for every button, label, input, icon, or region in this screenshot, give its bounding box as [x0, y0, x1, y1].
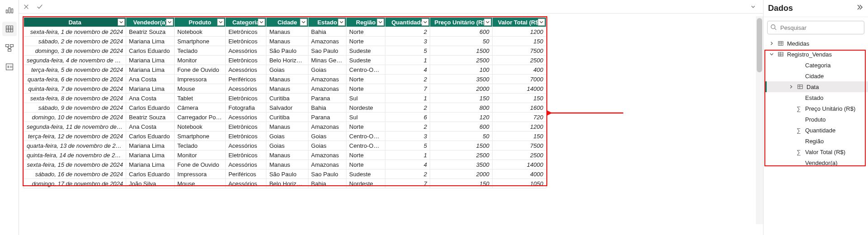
cell-data[interactable]: quarta-feira, 6 de novembro de 2024 — [24, 75, 126, 84]
cell-produto[interactable]: Câmera — [174, 103, 225, 113]
cell-cidade[interactable]: Manaus — [266, 27, 308, 37]
cell-regiao[interactable]: Norte — [346, 150, 385, 160]
cell-quantidade[interactable]: 3 — [385, 132, 430, 141]
table-row[interactable]: segunda-feira, 11 de novembro de 2024Ana… — [24, 122, 546, 132]
table-row[interactable]: sexta-feira, 1 de novembro de 2024Beatri… — [24, 27, 546, 37]
cell-preco[interactable]: 2000 — [430, 84, 493, 94]
cell-estado[interactable]: Parana — [308, 113, 346, 122]
cell-data[interactable]: quarta-feira, 13 de novembro de 2024 — [24, 141, 126, 150]
cell-preco[interactable]: 3500 — [430, 75, 493, 84]
cell-regiao[interactable]: Norte — [346, 122, 385, 132]
tree-field-data[interactable]: Data — [765, 81, 868, 92]
cell-produto[interactable]: Impressora — [174, 169, 225, 179]
cell-preco[interactable]: 600 — [430, 27, 493, 37]
chevron-right-icon[interactable] — [788, 85, 794, 89]
table-row[interactable]: sábado, 2 de novembro de 2024Mariana Lim… — [24, 37, 546, 46]
cell-total[interactable]: 150 — [492, 94, 546, 103]
cell-estado[interactable]: Parana — [308, 94, 346, 103]
filter-dropdown-icon[interactable] — [300, 19, 307, 26]
model-view-icon[interactable] — [2, 41, 17, 55]
cell-quantidade[interactable]: 5 — [385, 141, 430, 150]
cell-data[interactable]: segunda-feira, 11 de novembro de 2024 — [24, 122, 126, 132]
cell-regiao[interactable]: Centro-Oeste — [346, 65, 385, 75]
cell-total[interactable]: 720 — [492, 113, 546, 122]
cell-preco[interactable]: 800 — [430, 103, 493, 113]
cell-cidade[interactable]: Curitiba — [266, 94, 308, 103]
cell-produto[interactable]: Mouse — [174, 179, 225, 188]
cell-cidade[interactable]: São Paulo — [266, 46, 308, 56]
cell-regiao[interactable]: Nordeste — [346, 103, 385, 113]
cell-quantidade[interactable]: 2 — [385, 75, 430, 84]
cell-categoria[interactable]: Fotografia — [225, 103, 266, 113]
cell-estado[interactable]: Amazonas — [308, 84, 346, 94]
cell-total[interactable]: 7500 — [492, 46, 546, 56]
cell-vendedor[interactable]: Mariana Lima — [126, 150, 175, 160]
filter-dropdown-icon[interactable] — [258, 19, 265, 26]
cell-categoria[interactable]: Acessórios — [225, 46, 266, 56]
cell-vendedor[interactable]: Beatriz Souza — [126, 113, 175, 122]
cell-categoria[interactable]: Periféricos — [225, 169, 266, 179]
cell-produto[interactable]: Tablet — [174, 94, 225, 103]
cell-preco[interactable]: 2000 — [430, 169, 493, 179]
cell-vendedor[interactable]: Ana Costa — [126, 94, 175, 103]
cell-total[interactable]: 150 — [492, 132, 546, 141]
cell-total[interactable]: 4000 — [492, 169, 546, 179]
cell-estado[interactable]: Amazonas — [308, 122, 346, 132]
chevron-down-icon[interactable] — [769, 52, 774, 56]
cell-vendedor[interactable]: Mariana Lima — [126, 56, 175, 65]
cell-regiao[interactable]: Sudeste — [346, 56, 385, 65]
cell-preco[interactable]: 600 — [430, 122, 493, 132]
filter-dropdown-icon[interactable] — [538, 19, 545, 26]
cell-preco[interactable]: 1500 — [430, 46, 493, 56]
cell-data[interactable]: sábado, 2 de novembro de 2024 — [24, 37, 126, 46]
cell-estado[interactable]: Amazonas — [308, 37, 346, 46]
cell-vendedor[interactable]: Ana Costa — [126, 122, 175, 132]
tree-field-cidade[interactable]: Cidade — [765, 70, 868, 81]
table-row[interactable]: domingo, 10 de novembro de 2024Beatriz S… — [24, 113, 546, 122]
cell-data[interactable]: quinta-feira, 14 de novembro de 2024 — [24, 150, 126, 160]
expand-pane-icon[interactable] — [856, 4, 863, 13]
cell-vendedor[interactable]: Mariana Lima — [126, 141, 175, 150]
cell-preco[interactable]: 1500 — [430, 141, 493, 150]
column-header-data[interactable]: Data — [24, 18, 126, 27]
cell-estado[interactable]: Amazonas — [308, 150, 346, 160]
cell-total[interactable]: 1600 — [492, 103, 546, 113]
cell-data[interactable]: sexta-feira, 1 de novembro de 2024 — [24, 27, 126, 37]
cell-cidade[interactable]: São Paulo — [266, 169, 308, 179]
expand-formula-icon[interactable] — [749, 3, 757, 10]
cell-preco[interactable]: 120 — [430, 113, 493, 122]
cell-estado[interactable]: Bahia — [308, 179, 346, 188]
tree-field-vendedor-a-[interactable]: Vendedor(a) — [765, 157, 868, 168]
cell-data[interactable]: domingo, 3 de novembro de 2024 — [24, 46, 126, 56]
cell-vendedor[interactable]: Carlos Eduardo — [126, 103, 175, 113]
cell-vendedor[interactable]: João Silva — [126, 179, 175, 188]
chevron-right-icon[interactable] — [769, 41, 774, 46]
cell-preco[interactable]: 150 — [430, 179, 493, 188]
cell-regiao[interactable]: Sudeste — [346, 46, 385, 56]
cell-total[interactable]: 14000 — [492, 160, 546, 169]
cell-regiao[interactable]: Nordeste — [346, 179, 385, 188]
cell-data[interactable]: sexta-feira, 15 de novembro de 2024 — [24, 160, 126, 169]
cell-total[interactable]: 2500 — [492, 150, 546, 160]
cell-quantidade[interactable]: 7 — [385, 179, 430, 188]
cell-categoria[interactable]: Eletrônicos — [225, 132, 266, 141]
cell-regiao[interactable]: Norte — [346, 27, 385, 37]
cell-data[interactable]: sábado, 16 de novembro de 2024 — [24, 169, 126, 179]
cell-regiao[interactable]: Norte — [346, 37, 385, 46]
column-header-categoria[interactable]: Categoria — [225, 18, 266, 27]
cell-cidade[interactable]: Belo Horizonte — [266, 179, 308, 188]
cell-cidade[interactable]: Salvador — [266, 103, 308, 113]
cell-produto[interactable]: Fone de Ouvido — [174, 65, 225, 75]
cell-categoria[interactable]: Eletrônicos — [225, 122, 266, 132]
tree-field-regi-o[interactable]: Região — [765, 136, 868, 146]
cell-quantidade[interactable]: 4 — [385, 160, 430, 169]
cell-categoria[interactable]: Eletrônicos — [225, 94, 266, 103]
cell-quantidade[interactable]: 6 — [385, 113, 430, 122]
table-row[interactable]: domingo, 17 de novembro de 2024João Silv… — [24, 179, 546, 188]
table-row[interactable]: sábado, 16 de novembro de 2024Carlos Edu… — [24, 169, 546, 179]
cell-vendedor[interactable]: Mariana Lima — [126, 84, 175, 94]
tree-field-estado[interactable]: Estado — [765, 92, 868, 103]
table-row[interactable]: quinta-feira, 14 de novembro de 2024Mari… — [24, 150, 546, 160]
cell-data[interactable]: sexta-feira, 8 de novembro de 2024 — [24, 94, 126, 103]
cell-estado[interactable]: Goias — [308, 141, 346, 150]
